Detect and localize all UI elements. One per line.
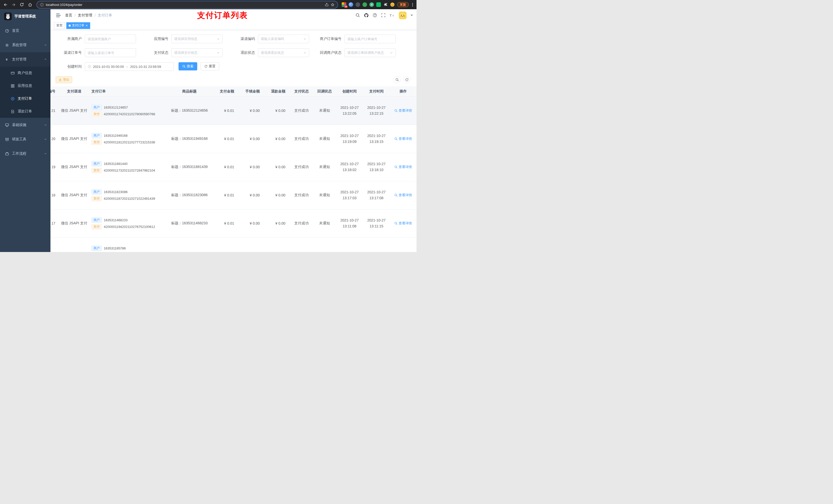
sidebar-item-home[interactable]: 首页 — [0, 24, 50, 38]
active-tag-dot — [69, 25, 71, 27]
hamburger-icon[interactable] — [54, 12, 63, 19]
pay-tag: 支付 — [91, 112, 102, 117]
browser-extensions: 10 V 更新 — [342, 2, 414, 7]
browser-forward-icon[interactable] — [11, 2, 16, 7]
view-detail-link[interactable]: 查看详情 — [395, 108, 412, 113]
app-logo[interactable]: 芋道管理系统 — [0, 9, 50, 24]
address-bar[interactable]: localhost:1024/pay/order — [37, 1, 338, 8]
browser-update-button[interactable]: 更新 — [397, 2, 409, 7]
sidebar-item-system[interactable]: 系统管理 — [0, 38, 50, 52]
search-icon — [395, 222, 398, 225]
search-button[interactable]: 搜索 — [178, 62, 197, 70]
merchant-tag: 商户 — [91, 161, 102, 166]
view-detail-link[interactable]: 查看详情 — [395, 193, 412, 197]
breadcrumb: 首页 / 支付管理 / 支付订单 — [65, 13, 112, 18]
svg-text:T: T — [392, 15, 394, 17]
payment-submenu: 商户信息 应用信息 支付订单 退款订单 — [0, 67, 50, 118]
browser-refresh-icon[interactable] — [19, 2, 25, 7]
extension-icon-blue[interactable] — [349, 2, 353, 7]
github-icon[interactable] — [364, 13, 368, 18]
svg-text:T: T — [389, 14, 392, 18]
sidebar-item-payment[interactable]: ¥ 支付管理 — [0, 52, 50, 67]
chevron-down-icon — [44, 152, 47, 156]
bookmark-star-icon[interactable] — [331, 3, 335, 7]
tag-home[interactable]: 首页 — [54, 22, 65, 29]
search-icon — [395, 109, 398, 112]
tag-pay-order[interactable]: 支付订单 — [66, 22, 90, 29]
breadcrumb-pay-manage[interactable]: 支付管理 — [78, 13, 92, 18]
orders-table-container[interactable]: 编号 支付渠道 支付订单 商品标题 支付金额 手续金额 退款金额 支付状态 回调… — [50, 86, 416, 252]
tag-close-icon[interactable] — [86, 24, 88, 27]
url-text[interactable]: localhost:1024/pay/order — [46, 3, 323, 7]
chevron-down-icon — [303, 51, 306, 54]
font-size-icon[interactable]: TT — [389, 13, 395, 18]
user-menu-caret-icon[interactable] — [411, 15, 413, 16]
merchant-tag: 商户 — [91, 246, 102, 251]
credit-card-icon — [11, 71, 15, 75]
fullscreen-icon[interactable] — [381, 13, 385, 18]
table-row: 20 微信 JSAPI 支付 商户1635311949168 支付4200001… — [50, 125, 416, 153]
dashboard-icon — [5, 29, 9, 33]
channel-code-label: 渠道编码 — [229, 37, 258, 41]
user-avatar[interactable] — [399, 11, 406, 19]
share-icon[interactable] — [325, 3, 329, 7]
browser-menu-icon[interactable] — [411, 3, 414, 6]
sidebar-item-merchant-info[interactable]: 商户信息 — [0, 67, 50, 79]
toggle-search-button[interactable] — [394, 76, 401, 83]
extensions-puzzle-icon[interactable] — [383, 2, 388, 7]
create-time-label: 创建时间 — [55, 64, 85, 69]
refresh-table-button[interactable] — [403, 76, 410, 83]
export-button[interactable]: 导出 — [55, 76, 72, 83]
merchant-input[interactable] — [85, 34, 136, 43]
sidebar-item-infrastructure[interactable]: 基础设施 — [0, 118, 50, 132]
yen-icon: ¥ — [5, 57, 9, 62]
header-search-icon[interactable] — [356, 13, 360, 18]
extension-icon-green[interactable] — [362, 2, 367, 7]
extension-icon-dark[interactable] — [356, 2, 360, 7]
merchant-order-no-input[interactable] — [344, 34, 396, 43]
sidebar-item-app-info[interactable]: 应用信息 — [0, 79, 50, 92]
channel-code-select[interactable]: 请输入渠道编码 — [258, 34, 309, 43]
extension-icon-wechat[interactable] — [376, 2, 381, 7]
sidebar-item-workflow[interactable]: 工作流程 — [0, 146, 50, 161]
search-icon — [396, 78, 399, 81]
sidebar-item-refund-order[interactable]: 退款订单 — [0, 105, 50, 118]
help-icon[interactable] — [373, 13, 377, 18]
pay-status-select[interactable]: 请选择支付状态 — [171, 48, 222, 57]
extension-icon-colorful[interactable]: 10 — [342, 2, 346, 7]
merchant-order-no-label: 商户订单编号 — [315, 37, 344, 41]
browser-profile-avatar-icon[interactable] — [390, 2, 395, 7]
chevron-up-icon — [44, 57, 47, 62]
breadcrumb-home[interactable]: 首页 — [65, 13, 72, 18]
tags-view-bar: 首页 支付订单 — [50, 21, 416, 30]
browser-home-icon[interactable] — [27, 2, 33, 7]
notify-status-label: 回调商户状态 — [315, 50, 344, 55]
extension-badge: 10 — [344, 5, 348, 8]
logo-avatar-icon — [4, 13, 12, 20]
extension-icon-vue-devtools[interactable]: V — [370, 2, 374, 7]
date-range-picker[interactable]: 2021-10-01 00:00:00 - 2021-10-31 23:59:5… — [85, 62, 174, 71]
refresh-icon — [405, 78, 409, 81]
pay-status-label: 支付状态 — [142, 50, 171, 55]
pay-tag: 支付 — [91, 140, 102, 145]
refund-status-label: 退款状态 — [229, 50, 258, 55]
view-detail-link[interactable]: 查看详情 — [395, 221, 412, 225]
view-detail-link[interactable]: 查看详情 — [395, 137, 412, 141]
app-no-label: 应用编号 — [142, 37, 171, 41]
page-annotation: 支付订单列表 — [197, 10, 248, 21]
view-detail-link[interactable]: 查看详情 — [395, 165, 412, 169]
channel-order-no-input[interactable] — [85, 48, 136, 57]
refund-status-select[interactable]: 请选择退款状态 — [258, 48, 309, 57]
toolbox-icon — [5, 138, 9, 141]
site-info-icon[interactable] — [40, 3, 44, 7]
chevron-down-icon — [44, 137, 47, 141]
chevron-down-icon — [390, 51, 393, 54]
notify-status-select[interactable]: 请选择订单回调商户状态 — [344, 48, 396, 57]
reset-button[interactable]: 重置 — [200, 62, 219, 70]
sidebar-menu: 首页 系统管理 ¥ 支付管理 商户信息 — [0, 24, 50, 161]
browser-back-icon[interactable] — [3, 2, 8, 7]
sidebar-item-dev-tools[interactable]: 研发工具 — [0, 132, 50, 146]
download-icon — [59, 78, 62, 81]
app-no-select[interactable]: 请选择应用信息 — [171, 34, 222, 43]
sidebar-item-pay-order[interactable]: 支付订单 — [0, 92, 50, 105]
